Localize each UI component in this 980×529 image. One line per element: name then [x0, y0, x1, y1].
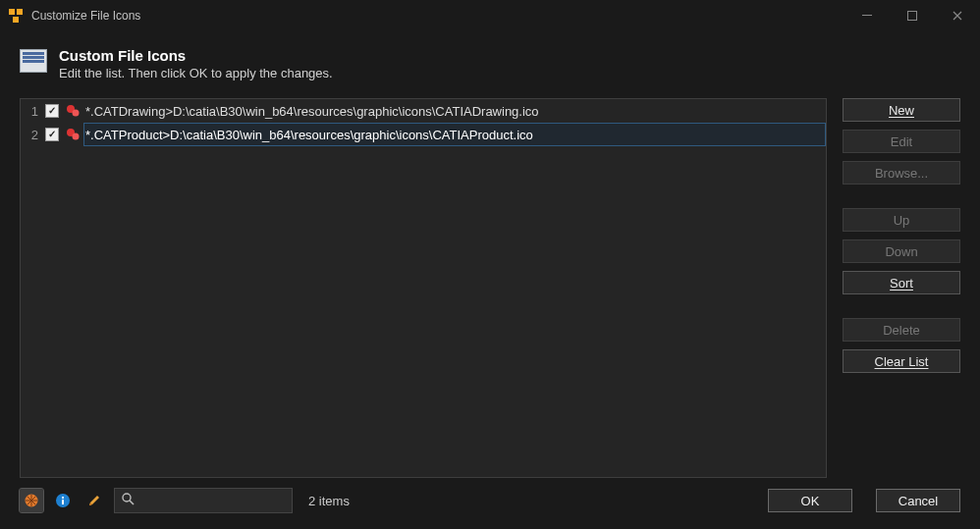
list-row[interactable]: 2 ✓ *.CATProduct>D:\catia\B30\win_b64\re… [21, 123, 826, 146]
cancel-button[interactable]: Cancel [876, 489, 960, 512]
up-button[interactable]: Up [843, 208, 960, 232]
search-box[interactable] [114, 488, 293, 513]
new-button[interactable]: New [843, 98, 960, 122]
svg-rect-4 [908, 12, 917, 21]
svg-point-6 [73, 110, 80, 117]
svg-line-14 [130, 501, 134, 504]
page-title: Custom File Icons [59, 47, 333, 64]
maximize-button[interactable] [890, 0, 935, 31]
svg-rect-3 [862, 15, 872, 16]
down-button[interactable]: Down [843, 239, 960, 263]
ok-button[interactable]: OK [768, 489, 852, 512]
file-icon-list[interactable]: 1 ✓ *.CATDrawing>D:\catia\B30\win_b64\re… [20, 98, 827, 478]
row-checkbox[interactable]: ✓ [42, 104, 62, 118]
svg-rect-0 [9, 9, 15, 15]
list-row[interactable]: 1 ✓ *.CATDrawing>D:\catia\B30\win_b64\re… [21, 99, 826, 123]
search-icon [121, 492, 135, 509]
info-icon[interactable] [51, 489, 75, 512]
svg-point-8 [73, 133, 80, 140]
app-icon [8, 8, 24, 24]
close-button[interactable] [935, 0, 980, 31]
row-number: 1 [21, 104, 42, 119]
browse-button[interactable]: Browse... [843, 161, 960, 185]
bottom-bar: 2 items OK Cancel [0, 482, 980, 529]
svg-rect-12 [62, 497, 64, 499]
list-icon [20, 49, 47, 73]
svg-rect-1 [17, 9, 23, 15]
file-type-icon [62, 103, 83, 119]
clear-list-button[interactable]: Clear List [843, 349, 960, 373]
edit-icon[interactable] [82, 489, 106, 512]
svg-rect-2 [13, 17, 19, 23]
row-text[interactable]: *.CATDrawing>D:\catia\B30\win_b64\resour… [83, 99, 826, 123]
filter-icon[interactable] [20, 489, 43, 512]
row-text[interactable]: *.CATProduct>D:\catia\B30\win_b64\resour… [83, 123, 826, 146]
minimize-button[interactable] [844, 0, 890, 31]
window-title: Customize File Icons [31, 9, 140, 23]
titlebar: Customize File Icons [0, 0, 980, 31]
side-button-panel: New Edit Browse... Up Down Sort Delete C… [843, 98, 960, 478]
row-number: 2 [21, 128, 42, 142]
edit-button[interactable]: Edit [843, 130, 960, 153]
row-checkbox[interactable]: ✓ [42, 128, 62, 141]
file-type-icon [62, 127, 83, 142]
delete-button[interactable]: Delete [843, 318, 960, 342]
sort-button[interactable]: Sort [843, 271, 960, 294]
search-input[interactable] [140, 494, 305, 508]
svg-rect-11 [62, 500, 64, 504]
item-count: 2 items [308, 494, 350, 508]
header-banner: Custom File Icons Edit the list. Then cl… [0, 31, 980, 90]
page-subtitle: Edit the list. Then click OK to apply th… [59, 66, 333, 80]
svg-point-13 [123, 494, 131, 502]
